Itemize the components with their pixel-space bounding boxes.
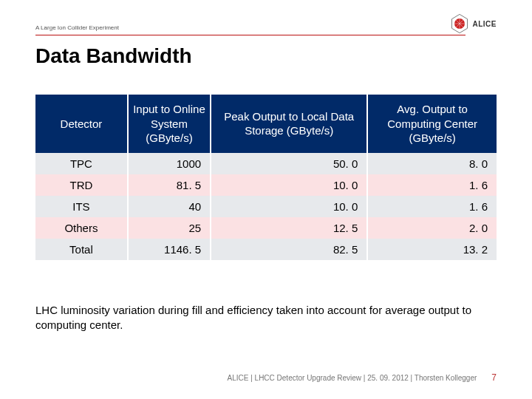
- cell-avg: 13. 2: [367, 239, 497, 260]
- table-row: Others 25 12. 5 2. 0: [35, 217, 497, 239]
- cell-detector: Others: [35, 217, 128, 239]
- cell-avg: 8. 0: [367, 153, 497, 174]
- table-row: TPC 1000 50. 0 8. 0: [35, 153, 497, 174]
- table-row: Total 1146. 5 82. 5 13. 2: [35, 239, 497, 260]
- col-avg: Avg. Output to Computing Center (GByte/s…: [367, 95, 497, 153]
- alice-logo: ALICE: [449, 13, 497, 34]
- table-row: ITS 40 10. 0 1. 6: [35, 196, 497, 217]
- cell-detector: TRD: [35, 174, 128, 196]
- cell-peak: 12. 5: [211, 217, 367, 239]
- footer: ALICE | LHCC Detector Upgrade Review | 2…: [228, 372, 497, 383]
- alice-logo-icon: [449, 13, 470, 34]
- cell-peak: 10. 0: [211, 196, 367, 217]
- table-row: TRD 81. 5 10. 0 1. 6: [35, 174, 497, 196]
- cell-detector: TPC: [35, 153, 128, 174]
- col-detector: Detector: [35, 95, 128, 153]
- cell-avg: 1. 6: [367, 196, 497, 217]
- cell-peak: 82. 5: [211, 239, 367, 260]
- col-peak: Peak Output to Local Data Storage (GByte…: [211, 95, 367, 153]
- footer-text: ALICE | LHCC Detector Upgrade Review | 2…: [228, 374, 477, 382]
- table-header-row: Detector Input to Online System (GByte/s…: [35, 95, 497, 153]
- header-rule: [35, 35, 466, 35]
- cell-peak: 50. 0: [211, 153, 367, 174]
- cell-input: 1146. 5: [128, 239, 211, 260]
- cell-detector: ITS: [35, 196, 128, 217]
- cell-input: 40: [128, 196, 211, 217]
- alice-logo-text: ALICE: [473, 20, 497, 28]
- cell-avg: 1. 6: [367, 174, 497, 196]
- caption-text: LHC luminosity variation during fill and…: [35, 303, 497, 333]
- header-bar: A Large Ion Collider Experiment ALICE: [35, 13, 497, 34]
- cell-input: 81. 5: [128, 174, 211, 196]
- cell-input: 25: [128, 217, 211, 239]
- page-title: Data Bandwidth: [35, 44, 192, 68]
- cell-input: 1000: [128, 153, 211, 174]
- experiment-subtitle: A Large Ion Collider Experiment: [35, 24, 119, 34]
- bandwidth-table: Detector Input to Online System (GByte/s…: [35, 95, 497, 260]
- cell-avg: 2. 0: [367, 217, 497, 239]
- page-number: 7: [491, 372, 497, 383]
- cell-peak: 10. 0: [211, 174, 367, 196]
- cell-detector: Total: [35, 239, 128, 260]
- col-input: Input to Online System (GByte/s): [128, 95, 211, 153]
